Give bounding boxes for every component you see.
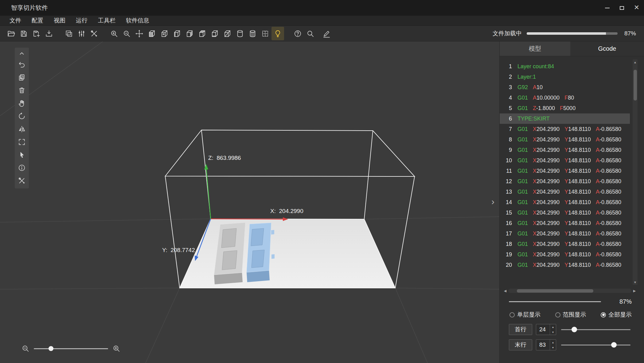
first-line-slider-knob[interactable]	[572, 327, 577, 332]
gcode-line[interactable]: 5G01Z-1.8000F5000	[500, 103, 630, 113]
vertical-scroll-track[interactable]	[633, 65, 638, 279]
first-line-value[interactable]: 24	[536, 324, 550, 335]
gcode-line[interactable]: 20G01X204.2990Y148.8110A-0.86580	[500, 260, 630, 270]
last-line-spinner[interactable]: 83 ▴ ▾	[536, 339, 556, 350]
gcode-line[interactable]: 1Layer count:84	[500, 61, 630, 72]
import-model-icon[interactable]	[43, 27, 55, 40]
save-icon[interactable]	[18, 27, 30, 40]
save-as-icon[interactable]	[30, 27, 43, 40]
duplicate-icon[interactable]	[15, 71, 29, 84]
view-left-icon[interactable]	[171, 27, 183, 40]
build-plate-icon[interactable]	[63, 27, 75, 40]
radio-all[interactable]: 全部显示	[601, 311, 632, 319]
gcode-line[interactable]: 12G01X204.2990Y148.8110A-0.86580	[500, 176, 630, 187]
menu-item-run[interactable]: 运行	[71, 17, 93, 25]
maximize-button[interactable]	[615, 0, 629, 16]
scroll-down-arrow-icon[interactable]: ▼	[633, 279, 638, 285]
radio-range[interactable]: 范围显示	[555, 311, 586, 319]
view-right-icon[interactable]	[183, 27, 196, 40]
gcode-line[interactable]: 11G01X204.2990Y148.8110A-0.86580	[500, 166, 630, 176]
last-line-button[interactable]: 末行	[509, 339, 532, 350]
gcode-line[interactable]: 16G01X204.2990Y148.8110A-0.86580	[500, 218, 630, 228]
menu-item-view[interactable]: 视图	[49, 17, 71, 25]
radio-range-icon[interactable]	[555, 312, 560, 318]
gcode-line[interactable]: 13G01X204.2990Y148.8110A-0.86580	[500, 187, 630, 197]
info-icon[interactable]	[15, 161, 29, 174]
spin-down-icon[interactable]: ▾	[550, 329, 556, 335]
spin-down-icon[interactable]: ▾	[550, 345, 556, 350]
viewport-3d-scene[interactable]	[0, 41, 499, 363]
vertical-scroll-thumb[interactable]	[634, 70, 637, 101]
last-line-value[interactable]: 83	[536, 340, 550, 350]
gcode-line[interactable]: 18G01X204.2990Y148.8110A-0.86580	[500, 239, 630, 249]
first-line-spin-arrows[interactable]: ▴ ▾	[550, 324, 556, 335]
gcode-line[interactable]: 3G92A10	[500, 82, 630, 93]
view-bottom-icon[interactable]	[209, 27, 221, 40]
view-back-icon[interactable]	[158, 27, 171, 40]
gcode-line[interactable]: 15G01X204.2990Y148.8110A-0.86580	[500, 207, 630, 218]
view-top-icon[interactable]	[196, 27, 209, 40]
gcode-line[interactable]: 19G01X204.2990Y148.8110A-0.86580	[500, 249, 630, 260]
gcode-line[interactable]: 10G01X204.2990Y148.8110A-0.86580	[500, 155, 630, 166]
last-line-slider[interactable]	[561, 339, 630, 350]
viewport-3d[interactable]: Z: 863.9986 X: 204.2990 Y: 208.7742 ›	[0, 41, 499, 363]
gcode-line[interactable]: 14G01X204.2990Y148.8110A-0.86580	[500, 197, 630, 207]
gcode-line[interactable]: 6TYPE:SKIRT	[500, 113, 630, 124]
gcode-horizontal-scrollbar[interactable]: ◀ ▶	[502, 288, 638, 294]
adjust-sliders-icon[interactable]	[75, 27, 88, 40]
move-view-icon[interactable]	[133, 27, 146, 40]
view-cube-dashed-icon[interactable]	[259, 27, 271, 40]
last-line-slider-track[interactable]	[561, 345, 630, 345]
select-cursor-icon[interactable]	[15, 148, 29, 161]
zoom-out-icon[interactable]	[120, 27, 133, 40]
horizontal-scroll-track[interactable]	[508, 289, 631, 293]
gcode-line[interactable]: 17G01X204.2990Y148.8110A-0.86580	[500, 228, 630, 239]
machine-tools-icon[interactable]	[88, 27, 100, 40]
viewport-zoom-in-icon[interactable]	[112, 345, 120, 353]
pan-hand-icon[interactable]	[15, 97, 29, 110]
menu-item-config[interactable]: 配置	[26, 17, 49, 25]
minimize-button[interactable]	[600, 0, 615, 16]
annotate-pen-icon[interactable]	[320, 27, 333, 40]
close-button[interactable]: ×	[629, 0, 644, 16]
viewport-zoom-slider[interactable]	[34, 348, 108, 349]
zoom-in-icon[interactable]	[108, 27, 120, 40]
search-icon[interactable]	[304, 27, 317, 40]
undo-icon[interactable]	[15, 58, 29, 71]
scroll-up-arrow-icon[interactable]: ▲	[633, 59, 638, 65]
tab-gcode[interactable]: Gcode	[570, 41, 644, 56]
view-cylinder-mesh-icon[interactable]	[246, 27, 259, 40]
panel-collapse-handle[interactable]: ›	[491, 197, 494, 206]
gcode-vertical-scrollbar[interactable]: ▲ ▼	[633, 59, 638, 285]
view-cylinder-icon[interactable]	[234, 27, 246, 40]
menu-item-toolbar[interactable]: 工具栏	[93, 17, 121, 25]
gcode-line[interactable]: 7G01X204.2990Y148.8110A-0.86580	[500, 124, 630, 134]
first-line-spinner[interactable]: 24 ▴ ▾	[536, 324, 556, 335]
gcode-line[interactable]: 9G01X204.2990Y148.8110A-0.86580	[500, 145, 630, 155]
horizontal-scroll-thumb[interactable]	[517, 289, 593, 293]
rotate-icon[interactable]	[15, 110, 29, 123]
viewport-zoom-out-icon[interactable]	[21, 345, 29, 353]
first-line-button[interactable]: 首行	[509, 324, 532, 335]
scroll-right-arrow-icon[interactable]: ▶	[631, 289, 638, 293]
gcode-line[interactable]: 8G01X204.2990Y148.8110A-0.86580	[500, 134, 630, 145]
help-icon[interactable]	[291, 27, 304, 40]
scroll-left-arrow-icon[interactable]: ◀	[502, 289, 508, 293]
last-line-spin-arrows[interactable]: ▴ ▾	[550, 340, 556, 350]
viewport-zoom-knob[interactable]	[49, 346, 53, 351]
radio-all-icon[interactable]	[601, 312, 606, 318]
gcode-line[interactable]: 4G01A10.00000F80	[500, 93, 630, 103]
gcode-line[interactable]: 2Layer:1	[500, 72, 630, 82]
menu-item-file[interactable]: 文件	[4, 17, 26, 25]
spin-up-icon[interactable]: ▴	[550, 324, 556, 329]
gcode-progress-track[interactable]	[509, 301, 601, 302]
view-front-icon[interactable]	[146, 27, 158, 40]
last-line-slider-knob[interactable]	[611, 342, 617, 348]
spin-up-icon[interactable]: ▴	[550, 340, 556, 345]
scroll-up-icon[interactable]	[15, 49, 29, 58]
view-iso-icon[interactable]	[221, 27, 234, 40]
repair-icon[interactable]	[15, 174, 29, 187]
open-file-icon[interactable]	[5, 27, 18, 40]
mirror-icon[interactable]	[15, 123, 29, 136]
tab-model[interactable]: 模型	[500, 41, 570, 56]
